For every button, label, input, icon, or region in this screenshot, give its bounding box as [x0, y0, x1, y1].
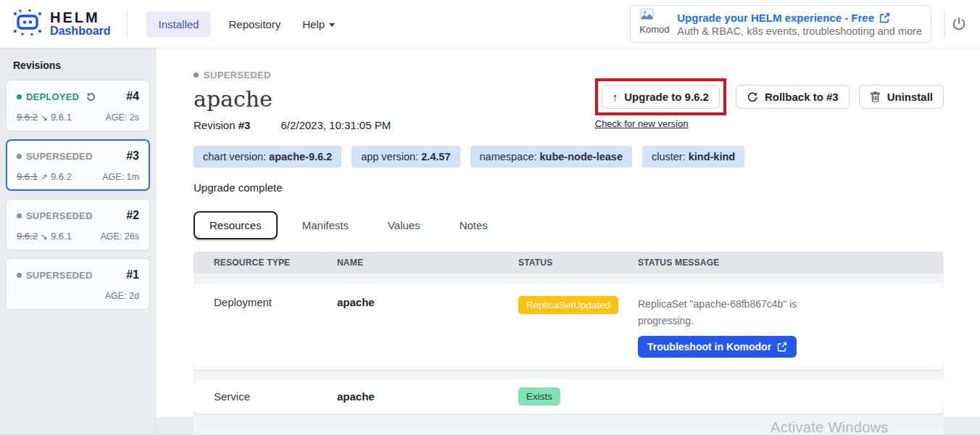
tab-notes[interactable]: Notes: [445, 213, 502, 238]
revision-status: SUPERSEDED: [26, 151, 93, 162]
promo-title-text: Upgrade your HELM experience - Free: [677, 12, 874, 24]
tab-values[interactable]: Values: [373, 213, 435, 238]
komodor-promo-banner[interactable]: Komodor Upgrade your HELM experience - F…: [630, 5, 931, 43]
version-new: 9.6.2: [51, 171, 72, 182]
resource-status-cell: Exists: [518, 387, 638, 406]
power-icon: [951, 16, 967, 32]
header-status: STATUS: [518, 258, 638, 268]
revision-label: Revision #3: [194, 119, 250, 131]
check-new-version-link[interactable]: Check for new version: [595, 118, 726, 129]
navbar-divider-2: [944, 10, 945, 38]
revision-age: AGE: 26s: [101, 231, 140, 242]
resource-type: Deployment: [214, 296, 337, 358]
nav-tab-installed[interactable]: Installed: [146, 12, 212, 37]
komodor-broken-image: Komodor: [639, 8, 670, 40]
revision-age: AGE: 2d: [105, 291, 139, 301]
status-dot: [194, 73, 199, 78]
header-resource-type: RESOURCE TYPE: [214, 258, 337, 268]
release-meta-chips: chart version: apache-9.6.2 app version:…: [194, 146, 944, 168]
resource-name: apache: [337, 296, 518, 358]
rollback-icon: [747, 91, 758, 103]
chip-app-version: app version: 2.4.57: [352, 146, 460, 168]
detail-tabs: Resources Manifests Values Notes: [194, 211, 944, 239]
troubleshoot-button-label: Troubleshoot in Komodor: [647, 341, 771, 353]
red-annotation-box: ↑ Upgrade to 9.6.2: [595, 78, 726, 115]
nav-menu-help[interactable]: Help: [302, 18, 335, 30]
header-name: NAME: [337, 258, 518, 268]
revision-number: #3: [126, 149, 139, 163]
brand-text: HELM Dashboard: [50, 10, 111, 38]
promo-subtitle: Auth & RBAC, k8s events, troubleshooting…: [677, 25, 922, 37]
komodor-alt-text: Komodor: [639, 25, 670, 35]
helm-dashboard-logo[interactable]: HELM Dashboard: [12, 7, 111, 41]
chevron-down-icon: [329, 23, 335, 27]
activate-windows-watermark: Activate Windows: [771, 419, 889, 436]
external-link-icon: [879, 12, 890, 23]
status-badge: Exists: [518, 387, 560, 406]
version-arrow-icon: ↗: [41, 172, 48, 182]
revisions-sidebar: Revisions DEPLOYED #4 9.6.2 ↘ 9.6.1 AGE:…: [0, 48, 156, 436]
revision-card-1[interactable]: SUPERSEDED #1 AGE: 2d: [6, 258, 150, 310]
promo-text: Upgrade your HELM experience - Free Auth…: [677, 12, 922, 37]
brand-dashboard: Dashboard: [50, 25, 111, 38]
rollback-button[interactable]: Rollback to #3: [736, 85, 850, 109]
chip-chart-version: chart version: apache-9.6.2: [194, 146, 341, 168]
tab-resources[interactable]: Resources: [194, 211, 278, 239]
revision-card-2[interactable]: SUPERSEDED #2 9.6.2 ↘ 9.6.1 AGE: 26s: [6, 199, 150, 250]
version-arrow-icon: ↘: [41, 231, 48, 242]
resource-status-cell: ReplicaSetUpdated: [518, 296, 638, 358]
nav-tab-repository[interactable]: Repository: [228, 18, 281, 30]
chip-cluster: cluster: kind-kind: [642, 146, 744, 168]
table-header-row: RESOURCE TYPE NAME STATUS STATUS MESSAGE: [194, 252, 944, 273]
chip-namespace: namespace: kube-node-lease: [470, 146, 632, 168]
revision-card-4[interactable]: DEPLOYED #4 9.6.2 ↘ 9.6.1 AGE: 2s: [6, 80, 150, 131]
version-new: 9.6.1: [51, 231, 72, 242]
version-new: 9.6.1: [51, 112, 72, 123]
revision-number: #4: [126, 90, 139, 103]
upgrade-button[interactable]: ↑ Upgrade to 9.6.2: [602, 85, 720, 109]
revision-number: #1: [126, 268, 139, 281]
version-old: 9.6.2: [17, 112, 38, 123]
shutdown-button[interactable]: [951, 16, 967, 32]
helm-robot-icon: [12, 7, 43, 41]
top-navbar: HELM Dashboard Installed Repository Help…: [0, 0, 980, 48]
version-old: 9.6.1: [17, 171, 38, 182]
navbar-divider: [127, 10, 128, 38]
status-message: ReplicaSet "apache-68fb867c4b" is progre…: [638, 296, 810, 329]
revision-status: DEPLOYED: [26, 91, 79, 102]
resource-type: Service: [214, 390, 337, 403]
release-detail-panel: SUPERSEDED apache Revision #3 6/2/2023, …: [156, 48, 980, 417]
revision-age: AGE: 2s: [105, 112, 139, 123]
status-dot: [17, 94, 22, 99]
upgrade-button-label: Upgrade to 9.6.2: [624, 91, 709, 103]
troubleshoot-button[interactable]: Troubleshoot in Komodor: [638, 336, 797, 358]
external-link-icon: [777, 342, 787, 352]
uninstall-button-label: Uninstall: [887, 91, 933, 103]
status-dot: [17, 154, 22, 159]
broken-image-icon: [639, 8, 655, 22]
table-row-service: Service apache Exists: [194, 379, 944, 414]
release-description: Upgrade complete: [194, 181, 944, 194]
release-actions: ↑ Upgrade to 9.6.2 Check for new version…: [595, 78, 944, 129]
resource-name: apache: [337, 390, 518, 403]
revision-status: SUPERSEDED: [26, 210, 93, 221]
resource-message-cell: ReplicaSet "apache-68fb867c4b" is progre…: [638, 296, 944, 358]
status-dot: [17, 213, 22, 218]
revision-age: AGE: 1m: [102, 172, 139, 182]
version-arrow-icon: ↘: [41, 112, 48, 123]
revision-card-3[interactable]: SUPERSEDED #3 9.6.1 ↗ 9.6.2 AGE: 1m: [6, 139, 150, 191]
tab-manifests[interactable]: Manifests: [288, 213, 363, 238]
revision-status: SUPERSEDED: [26, 270, 93, 281]
trash-icon: [870, 91, 881, 103]
up-arrow-icon: ↑: [612, 91, 618, 103]
reload-icon: [86, 92, 96, 102]
revision-date: 6/2/2023, 10:31:05 PM: [281, 119, 391, 131]
version-old: 9.6.2: [17, 231, 38, 242]
status-badge: ReplicaSetUpdated: [518, 296, 618, 314]
rollback-button-label: Rollback to #3: [765, 91, 839, 103]
help-label: Help: [302, 18, 325, 30]
release-status-label: SUPERSEDED: [204, 70, 271, 81]
uninstall-button[interactable]: Uninstall: [859, 85, 944, 109]
status-dot: [17, 273, 22, 278]
brand-helm: HELM: [50, 10, 111, 25]
